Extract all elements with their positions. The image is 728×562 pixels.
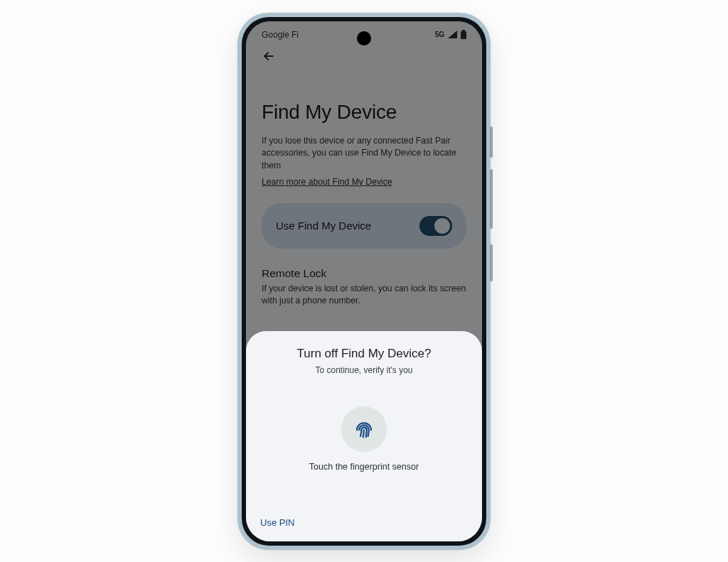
screen: Google Fi 5G Find My Device If you lose … [246, 21, 482, 541]
stage: Google Fi 5G Find My Device If you lose … [0, 0, 728, 562]
side-button [490, 244, 493, 281]
fingerprint-sensor[interactable] [341, 406, 387, 452]
phone-frame: Google Fi 5G Find My Device If you lose … [237, 13, 491, 550]
side-button [490, 169, 493, 229]
fingerprint-caption: Touch the fingerprint sensor [309, 462, 419, 472]
fingerprint-icon [353, 418, 375, 440]
side-button [490, 126, 493, 158]
camera-cutout [357, 31, 371, 45]
sheet-subtitle: To continue, verify it's you [315, 365, 412, 375]
use-pin-button[interactable]: Use PIN [260, 517, 294, 528]
biometric-bottom-sheet: Turn off Find My Device? To continue, ve… [246, 331, 482, 541]
sheet-title: Turn off Find My Device? [297, 347, 432, 361]
fingerprint-prompt: Touch the fingerprint sensor [309, 406, 419, 472]
